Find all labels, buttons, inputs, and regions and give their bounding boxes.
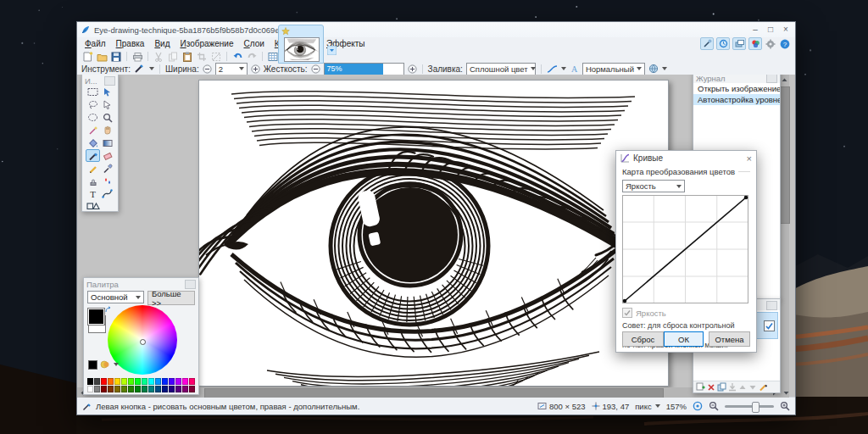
palette-swatch[interactable] bbox=[101, 386, 107, 392]
tool-text[interactable]: T bbox=[86, 187, 100, 200]
copy-icon[interactable] bbox=[167, 51, 179, 62]
tool-move-selection[interactable] bbox=[100, 98, 114, 111]
palette-swatch[interactable] bbox=[169, 378, 175, 385]
palette-swatch[interactable] bbox=[101, 378, 107, 385]
canvas[interactable] bbox=[198, 80, 669, 387]
dialog-close-button[interactable]: × bbox=[747, 153, 752, 164]
menu-edit[interactable]: Правка bbox=[111, 38, 150, 49]
tool-line-curve[interactable] bbox=[100, 187, 114, 200]
palette-swatch[interactable] bbox=[182, 378, 188, 385]
paste-icon[interactable] bbox=[181, 51, 193, 62]
palette-swatch[interactable] bbox=[128, 378, 134, 385]
merge-down-icon[interactable] bbox=[728, 382, 737, 392]
units-dropdown[interactable]: пикс bbox=[635, 402, 659, 411]
toggle-history-icon[interactable] bbox=[716, 37, 730, 50]
minimize-button[interactable]: – bbox=[748, 23, 763, 36]
layer-properties-icon[interactable] bbox=[759, 382, 768, 392]
move-layer-down-icon[interactable] bbox=[748, 383, 757, 392]
pixel-grid-icon[interactable] bbox=[267, 51, 279, 62]
move-layer-up-icon[interactable] bbox=[738, 383, 747, 392]
hardness-slider[interactable]: 75% bbox=[324, 63, 404, 75]
history-item-open-image[interactable]: Открыть изображение bbox=[693, 83, 780, 94]
open-file-icon[interactable] bbox=[96, 51, 108, 62]
undo-icon[interactable] bbox=[231, 51, 243, 62]
palette-swatch[interactable] bbox=[114, 378, 120, 385]
palette-swatch[interactable] bbox=[108, 378, 114, 385]
reset-button[interactable]: Сброс bbox=[622, 331, 664, 347]
palette-swatch[interactable] bbox=[162, 386, 168, 392]
save-icon[interactable] bbox=[110, 51, 122, 62]
tool-ellipse-select[interactable] bbox=[86, 111, 100, 124]
tool-recolor[interactable] bbox=[100, 175, 114, 187]
color-mode-icon[interactable] bbox=[100, 359, 110, 370]
width-combobox[interactable]: 2 bbox=[215, 63, 248, 75]
zoom-in-icon[interactable] bbox=[780, 401, 790, 411]
tool-pencil[interactable] bbox=[86, 162, 100, 175]
palette-swatch[interactable] bbox=[175, 378, 181, 385]
palette-mode-combobox[interactable]: Основной bbox=[87, 291, 144, 303]
palette-swatch[interactable] bbox=[135, 386, 141, 392]
palette-panel-close[interactable] bbox=[185, 280, 196, 289]
palette-swatch[interactable] bbox=[128, 386, 134, 392]
zoom-fit-icon[interactable] bbox=[693, 401, 703, 411]
sampling-caret[interactable] bbox=[662, 67, 667, 70]
tool-rectangle-select[interactable] bbox=[86, 86, 100, 98]
palette-swatch[interactable] bbox=[175, 386, 181, 392]
antialias-icon[interactable]: A bbox=[570, 64, 579, 74]
new-file-icon[interactable] bbox=[81, 51, 93, 62]
horizontal-scroll-thumb[interactable] bbox=[204, 388, 664, 398]
menu-image[interactable]: Изображение bbox=[175, 38, 238, 49]
width-decrease-icon[interactable] bbox=[203, 64, 212, 74]
menu-layers[interactable]: Слои bbox=[238, 38, 269, 49]
tools-panel-close[interactable] bbox=[104, 76, 115, 86]
deselect-icon[interactable] bbox=[210, 51, 222, 62]
scroll-down-icon[interactable] bbox=[781, 387, 791, 398]
channel-combobox[interactable]: Яркость bbox=[622, 180, 685, 192]
delete-layer-icon[interactable] bbox=[707, 383, 715, 392]
palette-swatch[interactable] bbox=[162, 378, 168, 385]
cut-icon[interactable] bbox=[153, 51, 164, 62]
tool-dropdown-caret[interactable] bbox=[149, 67, 154, 70]
cancel-button[interactable]: Отмена bbox=[709, 331, 750, 347]
color-mode-caret[interactable] bbox=[114, 363, 119, 366]
ok-button[interactable]: ОК bbox=[664, 331, 704, 347]
palette-swatch[interactable] bbox=[114, 386, 120, 392]
zoom-slider[interactable] bbox=[725, 405, 774, 408]
palette-more-button[interactable]: Больше >> bbox=[147, 291, 195, 305]
mini-color-swatch[interactable] bbox=[88, 360, 97, 370]
tool-eraser[interactable] bbox=[100, 149, 114, 162]
palette-swatch[interactable] bbox=[148, 386, 154, 392]
palette-swatch[interactable] bbox=[142, 386, 147, 392]
curve-editor[interactable] bbox=[622, 195, 750, 303]
menu-view[interactable]: Вид bbox=[149, 38, 175, 49]
tool-paintbrush[interactable] bbox=[86, 149, 100, 162]
history-item-auto-level[interactable]: Автонастройка уровней bbox=[693, 94, 780, 105]
add-layer-icon[interactable] bbox=[696, 382, 705, 392]
brightness-checkbox[interactable] bbox=[622, 308, 632, 318]
blend-mode-combobox[interactable]: Нормальный bbox=[582, 63, 645, 75]
palette-swatch[interactable] bbox=[87, 386, 93, 392]
tool-paint-bucket[interactable] bbox=[86, 136, 100, 149]
image-tab[interactable] bbox=[278, 25, 324, 64]
curve-type-caret[interactable] bbox=[561, 67, 566, 70]
crop-icon[interactable] bbox=[196, 51, 208, 62]
tool-color-picker[interactable] bbox=[100, 162, 114, 175]
history-panel-close[interactable] bbox=[766, 75, 777, 83]
tool-clone-stamp[interactable] bbox=[86, 175, 100, 187]
palette-swatch[interactable] bbox=[182, 386, 188, 392]
palette-swatch[interactable] bbox=[121, 378, 127, 385]
help-icon[interactable]: ? bbox=[779, 38, 791, 49]
palette-swatch[interactable] bbox=[142, 378, 147, 385]
redo-icon[interactable] bbox=[246, 51, 258, 62]
palette-swatch[interactable] bbox=[169, 386, 175, 392]
swap-colors-icon[interactable] bbox=[104, 306, 113, 314]
tool-move-pixels[interactable] bbox=[100, 86, 114, 98]
palette-swatch[interactable] bbox=[148, 378, 154, 385]
palette-swatch[interactable] bbox=[155, 386, 161, 392]
toggle-layers-icon[interactable] bbox=[732, 37, 746, 50]
layer-visibility-checkbox[interactable] bbox=[764, 320, 775, 331]
palette-swatch[interactable] bbox=[87, 378, 93, 385]
print-icon[interactable] bbox=[131, 51, 143, 62]
hardness-decrease-icon[interactable] bbox=[311, 64, 320, 74]
zoom-slider-thumb[interactable] bbox=[752, 402, 760, 413]
